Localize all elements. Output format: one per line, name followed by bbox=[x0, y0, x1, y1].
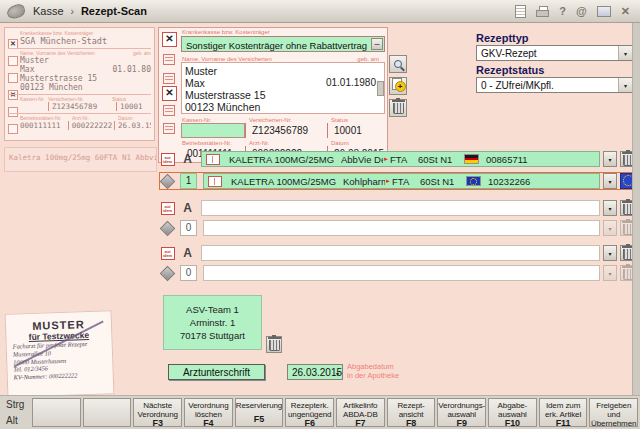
row-marker[interactable]: A bbox=[179, 201, 196, 215]
fkey-label: Verordnungs- bbox=[438, 401, 485, 410]
row-quantity[interactable]: 0 bbox=[180, 220, 197, 236]
print-icon[interactable] bbox=[536, 6, 549, 17]
fkey-button-empty-2[interactable] bbox=[83, 398, 132, 427]
strg-label: Strg bbox=[6, 399, 31, 410]
row-combo-button[interactable]: ▾ bbox=[603, 200, 617, 216]
kostentraeger-field[interactable]: Sonstiger Kostenträger ohne Rabattvertra… bbox=[181, 36, 385, 52]
arztunterschrift-button[interactable]: Arztunterschrift bbox=[168, 364, 265, 380]
abgabedatum-combobox[interactable]: 26.03.2015 ▾ bbox=[287, 364, 343, 380]
scrollbar-thumb[interactable] bbox=[377, 81, 384, 96]
main-area: ✕ ✕ Krankenkasse bzw. Kostenträger SGA M… bbox=[0, 23, 640, 395]
email-icon[interactable]: @ bbox=[576, 6, 587, 17]
row-combo-button[interactable]: ▾ bbox=[603, 265, 617, 281]
dispense-medication-row: 0 ▾ bbox=[160, 265, 636, 281]
rezeptstatus-select[interactable]: 0 - ZUfrei/MKpfl. ▾ bbox=[476, 77, 633, 93]
fkey-label: Freigeben und bbox=[590, 401, 637, 419]
chevron-down-icon[interactable]: ▾ bbox=[336, 370, 339, 377]
medication-vendor: Kohlpharm bbox=[343, 176, 385, 187]
row-combo-button[interactable]: ▾ bbox=[603, 173, 617, 189]
aut-idem-icon[interactable]: aut idem bbox=[161, 153, 175, 166]
kassen-nr-field[interactable] bbox=[181, 123, 245, 138]
chevron-down-icon[interactable]: ▾ bbox=[618, 46, 632, 60]
medication-field-empty[interactable] bbox=[201, 200, 600, 216]
form-arbeitsunfall-stamp-icon[interactable] bbox=[163, 123, 175, 134]
close-icon[interactable]: ✕ bbox=[621, 6, 630, 17]
collapse-button[interactable]: – bbox=[371, 38, 383, 50]
prescribed-medication-row: aut idem A ▾ bbox=[160, 200, 636, 216]
delete-patient-button[interactable] bbox=[389, 99, 407, 117]
form-checkbox-checked-icon[interactable]: ✕ bbox=[162, 86, 177, 101]
versicherten-nr-field[interactable]: Z123456789 bbox=[245, 123, 327, 138]
abgabedatum-value: 26.03.2015 bbox=[292, 367, 342, 378]
medication-vendor: AbbVie De bbox=[341, 154, 383, 165]
fkey-key: F4 bbox=[203, 419, 213, 427]
prescription-scan-preview: ✕ ✕ Krankenkasse bzw. Kostenträger SGA M… bbox=[4, 27, 155, 141]
abgabedatum-label: Abgabedatum in der Apotheke bbox=[347, 362, 399, 380]
fkey-button-f5[interactable]: Reservierung F5 bbox=[235, 398, 284, 427]
asv-delete-button[interactable] bbox=[266, 336, 282, 353]
fkey-button-f4[interactable]: Verordnung löschen F4 bbox=[184, 398, 233, 427]
breadcrumb-kasse[interactable]: Kasse bbox=[33, 5, 64, 17]
asv-team-box: ASV-Team 1 Arminstr. 1 70178 Stuttgart bbox=[163, 295, 262, 350]
help-icon[interactable]: ? bbox=[559, 6, 566, 17]
scan-checkbox-column: ✕ ✕ bbox=[8, 39, 18, 141]
form-checkbox-checked-icon[interactable]: ✕ bbox=[162, 32, 177, 47]
fkey-button-f11[interactable]: Idem zum erk. Artikel F11 bbox=[539, 398, 588, 427]
rezeptstatus-label: Rezeptstatus bbox=[476, 64, 544, 76]
fkey-button-f6[interactable]: Rezepterk. ungenügend F6 bbox=[285, 398, 334, 427]
diamond-icon bbox=[160, 265, 176, 281]
fkey-button-f12[interactable]: Freigeben und Übernehmen F12 bbox=[589, 398, 638, 427]
patient-name-field[interactable]: Muster Max Musterstrasse 15 00123 Münche… bbox=[181, 62, 385, 114]
medication-name: KALETRA 100MG/25MG bbox=[229, 154, 341, 165]
form-gebuehr-stamp-icon[interactable] bbox=[163, 54, 175, 65]
medication-field[interactable]: KALETRA 100MG/25MG AbbVie De ► FTA 60St … bbox=[201, 151, 600, 167]
row-combo-button[interactable]: ▾ bbox=[603, 151, 617, 167]
row-combo-button[interactable]: ▾ bbox=[603, 245, 617, 261]
form-noctu-stamp-icon[interactable] bbox=[163, 73, 175, 84]
fkey-button-f9[interactable]: Verordnungs- auswahl F9 bbox=[437, 398, 486, 427]
prescribed-medication-row: aut idem A KALETRA 100MG/25MG AbbVie De … bbox=[160, 151, 636, 167]
kostentraeger-label: Krankenkasse bzw. Kostenträger bbox=[182, 29, 270, 35]
rezepttyp-select[interactable]: GKV-Rezept ▾ bbox=[476, 45, 633, 61]
fkey-button-empty-1[interactable] bbox=[32, 398, 81, 427]
pill-pack-icon bbox=[208, 176, 222, 187]
new-document-icon[interactable] bbox=[515, 5, 526, 18]
row-marker[interactable]: A bbox=[179, 246, 196, 260]
fkey-button-f8[interactable]: Rezept- ansicht F8 bbox=[387, 398, 436, 427]
medication-field-empty[interactable] bbox=[201, 245, 600, 261]
zoom-prescription-button[interactable] bbox=[389, 55, 407, 73]
fkey-label: Reservierung bbox=[236, 401, 282, 410]
chevron-down-icon[interactable]: ▾ bbox=[618, 78, 632, 92]
fkey-button-f10[interactable]: Abgabe- auswahl F10 bbox=[488, 398, 537, 427]
medication-field[interactable]: KALETRA 100MG/25MG Kohlpharm ► FTA 60St … bbox=[203, 173, 600, 189]
fkey-button-f7[interactable]: Artikelinfo ABDA-DB F7 bbox=[336, 398, 385, 427]
window-icon[interactable] bbox=[597, 6, 611, 17]
aut-idem-icon[interactable]: aut idem bbox=[161, 202, 175, 215]
aut-idem-icon[interactable]: aut idem bbox=[161, 247, 175, 260]
medication-form: FTA bbox=[390, 154, 418, 165]
fkey-button-f3[interactable]: Nächste Verordnung F3 bbox=[133, 398, 182, 427]
scan-betriebsstaetten-nr: 000111111 bbox=[20, 121, 68, 130]
fkey-key: F6 bbox=[305, 419, 315, 427]
scan-birthdate: 01.01.80 bbox=[112, 65, 151, 74]
row-quantity[interactable]: 0 bbox=[180, 265, 197, 281]
scan-arzt-nr: 000222222 bbox=[68, 121, 114, 130]
medication-field-empty[interactable] bbox=[203, 220, 600, 236]
row-marker[interactable]: A bbox=[179, 152, 196, 166]
add-customer-button[interactable] bbox=[389, 77, 407, 95]
rezepttyp-label: Rezepttyp bbox=[476, 32, 529, 44]
row-combo-button[interactable]: ▾ bbox=[603, 220, 617, 236]
scan-checkbox-icon bbox=[8, 73, 18, 83]
medication-name: KALETRA 100MG/25MG bbox=[231, 176, 343, 187]
fkey-label: Rezepterk. bbox=[291, 401, 329, 410]
patient-street: Musterstrasse 15 bbox=[185, 89, 384, 101]
abgabedatum-label-line: in der Apotheke bbox=[347, 371, 399, 380]
medication-field-empty[interactable] bbox=[203, 265, 600, 281]
scan-checkbox-icon bbox=[8, 107, 18, 117]
row-quantity[interactable]: 1 bbox=[180, 173, 197, 189]
fkey-label: Nächste bbox=[143, 401, 172, 410]
status-field[interactable]: 10001 bbox=[327, 123, 385, 138]
patient-last-name: Muster bbox=[185, 65, 384, 77]
form-unfall-stamp-icon[interactable] bbox=[163, 105, 175, 116]
doctor-stamp: MUSTER für Testzwecke Facharzt für perfe… bbox=[5, 310, 115, 398]
